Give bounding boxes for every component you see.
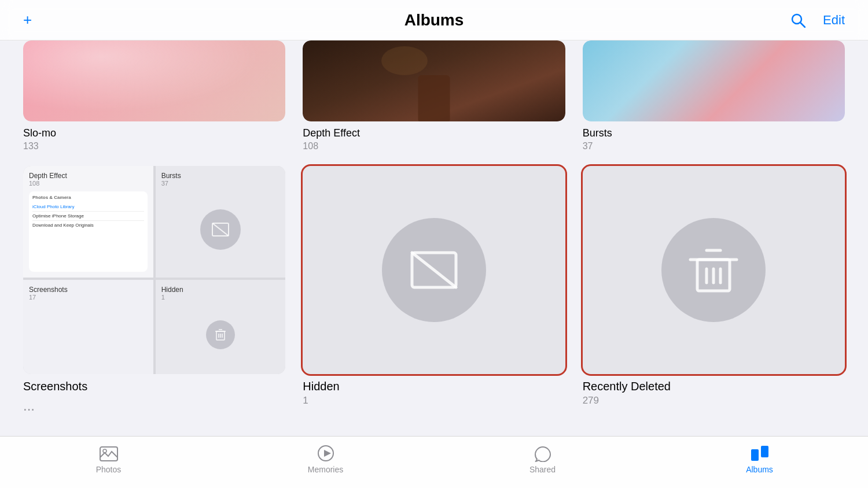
mini-depth-count: 108	[29, 180, 148, 187]
content-area: Slo-mo 133 Depth Effect 108 Bursts 37	[0, 0, 868, 436]
mini-screenshots[interactable]: Screenshots 17	[23, 280, 153, 374]
mini-depth[interactable]: Depth Effect 108 Photos & Camera iCloud …	[23, 166, 153, 278]
tab-memories[interactable]: Memories	[217, 442, 434, 474]
tab-bar: Photos Memories Shared Albums	[0, 436, 868, 488]
left-column: Depth Effect 108 Photos & Camera iCloud …	[23, 166, 285, 414]
mini-bursts-count: 37	[161, 180, 280, 187]
mini-depth-title: Depth Effect	[29, 172, 148, 180]
more-ellipsis: ...	[23, 398, 285, 414]
album-depth[interactable]: Depth Effect 108	[303, 40, 565, 151]
header: + Albums Edit	[0, 0, 868, 40]
svg-marker-21	[324, 450, 331, 457]
add-button[interactable]: +	[23, 11, 32, 29]
trash-icon-mini	[214, 328, 227, 342]
no-image-circle	[382, 218, 486, 322]
trash-circle	[661, 218, 766, 322]
album-bursts[interactable]: Bursts 37	[583, 40, 845, 151]
page-title: Albums	[404, 11, 464, 29]
no-image-icon-small	[210, 219, 231, 240]
trash-icon-large	[685, 241, 742, 299]
memories-icon	[316, 445, 336, 462]
tab-photos[interactable]: Photos	[0, 442, 217, 474]
svg-line-11	[412, 253, 456, 287]
recently-deleted-name: Recently Deleted	[583, 380, 845, 393]
album-slomo-count: 133	[23, 141, 285, 151]
mini-bursts-title: Bursts	[161, 172, 280, 180]
mini-hidden[interactable]: Hidden 1	[156, 280, 286, 374]
album-slomo[interactable]: Slo-mo 133	[23, 40, 285, 151]
tab-photos-label: Photos	[96, 465, 122, 474]
svg-rect-22	[751, 449, 759, 461]
edit-button[interactable]: Edit	[823, 13, 845, 28]
shared-icon	[533, 445, 553, 462]
album-bursts-label: Bursts	[583, 127, 845, 139]
tab-shared[interactable]: Shared	[434, 442, 651, 474]
hidden-album-name: Hidden	[303, 380, 565, 393]
album-depth-count: 108	[303, 141, 565, 151]
tab-albums-label: Albums	[746, 465, 773, 474]
search-button[interactable]	[790, 13, 806, 28]
tab-shared-label: Shared	[529, 465, 556, 474]
album-slomo-label: Slo-mo	[23, 127, 285, 139]
hidden-album-count: 1	[303, 395, 565, 406]
no-image-icon-large	[405, 241, 463, 299]
recently-deleted-count: 279	[583, 395, 845, 406]
search-icon	[790, 13, 806, 28]
hidden-album[interactable]: Hidden 1	[303, 166, 565, 414]
header-right: Edit	[790, 13, 845, 28]
screenshots-label: Screenshots	[23, 380, 285, 393]
album-depth-label: Depth Effect	[303, 127, 565, 139]
svg-rect-23	[761, 446, 768, 457]
svg-line-1	[800, 23, 805, 27]
mini-bursts[interactable]: Bursts 37	[156, 166, 286, 278]
album-bursts-count: 37	[583, 141, 845, 151]
tab-albums[interactable]: Albums	[651, 442, 868, 474]
svg-line-3	[212, 223, 229, 236]
tab-memories-label: Memories	[308, 465, 343, 474]
recently-deleted-album[interactable]: Recently Deleted 279	[583, 166, 845, 414]
svg-rect-18	[100, 447, 117, 461]
albums-icon	[750, 445, 770, 462]
photos-icon	[99, 445, 119, 462]
